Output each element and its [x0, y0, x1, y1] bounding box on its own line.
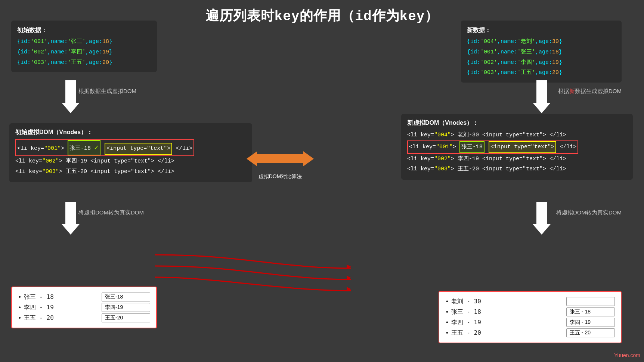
real-dom-left-label2: 李四 - 19	[24, 304, 99, 312]
real-dom-right-input2[interactable]	[566, 307, 615, 316]
init-vdom-box: 初始虚拟DOM（Vnodes）： <li key="001"> 张三-18 ✓ …	[9, 123, 252, 182]
real-dom-right-label4: 王五 - 20	[451, 329, 563, 337]
arrow-label-to-real-right: 将虚拟DOM转为真实DOM	[556, 209, 622, 216]
arrow-vdom-to-real-right	[533, 202, 551, 235]
arrow-init-to-vdom	[62, 80, 80, 113]
real-dom-right-row1: • 老刘 - 30	[445, 297, 615, 306]
real-dom-left-row3: • 王五 - 20	[18, 313, 150, 322]
real-dom-left-input1[interactable]	[102, 293, 150, 301]
vdom-new-line3: <li key="002"> 李四-19 <input type="text">…	[407, 154, 627, 164]
svg-marker-0	[247, 151, 257, 166]
real-dom-left-input3[interactable]	[102, 313, 150, 322]
real-dom-left-row1: • 张三 - 18	[18, 293, 150, 301]
watermark: Yuuen.com	[614, 352, 640, 358]
svg-marker-4	[347, 276, 351, 280]
vdom-init-line2: <li key="002"> 李四-19 <input type="text">…	[15, 156, 246, 167]
arrow-label-to-real-left: 将虚拟DOM转为真实DOM	[78, 209, 144, 216]
arrow-label-left: 根据数据生成虚拟DOM	[78, 88, 136, 95]
arrow-new-to-vdom	[533, 80, 551, 113]
real-dom-left-input2[interactable]	[102, 303, 150, 312]
real-dom-right-row4: • 王五 - 20	[445, 328, 615, 337]
real-dom-left-label1: 张三 - 18	[24, 293, 99, 301]
svg-rect-1	[256, 154, 304, 163]
vdom-new-line4: <li key="003"> 王五-20 <input type="text">…	[407, 164, 627, 174]
new-data-label: 新数据：	[467, 25, 616, 35]
real-dom-left: • 张三 - 18 • 李四 - 19 • 王五 - 20	[11, 287, 157, 328]
init-data-label: 初始数据：	[17, 25, 151, 35]
vdom-new-line2: <li key="001"> 张三-18 <input type="text">…	[407, 140, 627, 154]
real-dom-right-input3[interactable]	[566, 318, 615, 327]
real-dom-right-input4[interactable]	[566, 328, 615, 337]
real-dom-right-label2: 张三 - 18	[451, 308, 563, 316]
real-dom-right-input1[interactable]	[566, 297, 615, 306]
init-data-line2: {id:'002',name:'李四',age:19}	[17, 47, 151, 58]
arrow-vdom-to-real-left	[62, 202, 80, 235]
real-dom-right-label3: 李四 - 19	[451, 319, 563, 327]
new-data-box: 新数据： {id:'004',name:'老刘',age:30} {id:'00…	[461, 21, 622, 83]
real-dom-right: • 老刘 - 30 • 张三 - 18 • 李四 - 19 • 王五 - 20	[439, 291, 622, 343]
init-data-box: 初始数据： {id:'001',name:'张三',age:18} {id:'0…	[11, 21, 157, 72]
init-data-line1: {id:'001',name:'张三',age:18}	[17, 37, 151, 47]
vdom-init-line3: <li key="003"> 王五-20 <input type="text">…	[15, 167, 246, 177]
new-vdom-box: 新虚拟DOM（Vnodes）： <li key="004"> 老刘-30 <in…	[401, 114, 633, 180]
new-data-line1: {id:'004',name:'老刘',age:30}	[467, 37, 616, 47]
vdom-init-line1: <li key="001"> 张三-18 ✓ <input type="text…	[15, 139, 246, 156]
svg-marker-3	[347, 264, 351, 269]
new-vdom-title: 新虚拟DOM（Vnodes）：	[407, 119, 627, 127]
real-dom-right-label1: 老刘 - 30	[451, 298, 563, 306]
new-data-line3: {id:'002',name:'李四',age:19}	[467, 58, 616, 68]
arrow-label-right: 根据新数据生成虚拟DOM	[558, 88, 622, 95]
center-label: 虚拟DOM对比算法	[247, 173, 314, 180]
real-dom-left-row2: • 李四 - 19	[18, 303, 150, 312]
vdom-new-line1: <li key="004"> 老刘-30 <input type="text">…	[407, 130, 627, 140]
new-data-line4: {id:'003',name:'王五',age:20}	[467, 68, 616, 78]
init-vdom-title: 初始虚拟DOM（Vnodes）：	[15, 129, 246, 136]
real-dom-right-row3: • 李四 - 19	[445, 318, 615, 327]
real-dom-right-row2: • 张三 - 18	[445, 307, 615, 316]
svg-marker-2	[303, 151, 314, 166]
center-arrow: 虚拟DOM对比算法	[247, 148, 314, 180]
svg-marker-5	[347, 287, 351, 291]
init-data-line3: {id:'003',name:'王五',age:20}	[17, 58, 151, 68]
real-dom-left-label3: 王五 - 20	[24, 314, 99, 322]
new-data-line2: {id:'001',name:'张三',age:18}	[467, 47, 616, 58]
